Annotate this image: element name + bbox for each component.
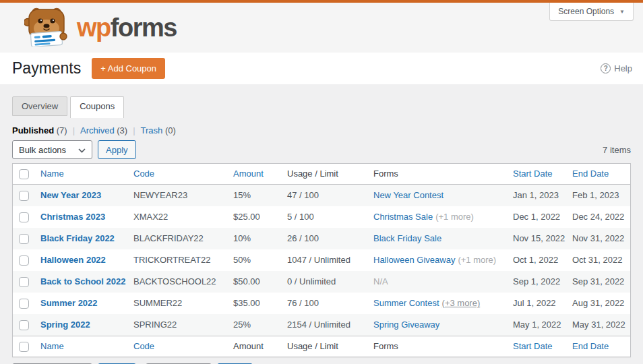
coupon-forms: New Year Contest	[367, 185, 506, 207]
coupon-end-date: Nov 31, 2022	[565, 228, 630, 249]
column-header-end-date[interactable]: End Date	[565, 164, 630, 185]
screen-options-button[interactable]: Screen Options ▼	[549, 3, 634, 21]
table-row: Halloween 2022TRICKORTREAT2250%1047 / Un…	[13, 249, 630, 271]
form-link[interactable]: Summer Contest	[373, 298, 439, 308]
row-checkbox[interactable]	[19, 212, 29, 222]
column-header-name[interactable]: Name	[34, 164, 127, 185]
table-row: New Year 2023NEWYEAR2315%47 / 100New Yea…	[13, 185, 630, 207]
table-row: Black Friday 2022BLACKFRIDAY2210%26 / 10…	[13, 228, 630, 249]
tab-overview[interactable]: Overview	[12, 96, 67, 116]
coupon-code: SUMMER22	[127, 293, 226, 314]
form-link[interactable]: Christmas Sale	[373, 212, 433, 222]
coupon-start-date: Dec 1, 2022	[506, 206, 565, 228]
column-header-end-date[interactable]: End Date	[565, 336, 630, 357]
coupon-forms: Summer Contest(+3 more)	[367, 293, 506, 314]
coupon-name-link[interactable]: Back to School 2022	[40, 276, 125, 286]
bulk-actions-select[interactable]: Bulk actions	[12, 140, 92, 159]
form-more-link[interactable]: (+3 more)	[442, 298, 481, 308]
coupon-code: XMAX22	[127, 206, 226, 228]
coupon-name-link[interactable]: Halloween 2022	[40, 255, 106, 265]
view-filters: Published (7) | Archived (3) | Trash (0)	[12, 125, 631, 135]
view-published[interactable]: Published (7)	[12, 125, 67, 135]
column-header-start-date[interactable]: Start Date	[506, 336, 565, 357]
coupon-amount: $25.00	[226, 206, 280, 228]
coupon-code: TRICKORTREAT22	[127, 249, 226, 271]
form-link[interactable]: New Year Contest	[373, 190, 443, 200]
header-logo-band: wpforms	[0, 3, 643, 53]
coupons-table: NameCodeAmountUsage / LimitFormsStart Da…	[13, 164, 630, 357]
coupon-forms: Spring Giveaway	[367, 314, 506, 336]
apply-button[interactable]: Apply	[98, 140, 136, 159]
coupon-usage: 5 / 100	[280, 206, 367, 228]
coupon-end-date: Oct 31, 2022	[565, 249, 630, 271]
table-row: Back to School 2022BACKTOSCHOOL22$50.000…	[13, 271, 630, 293]
coupon-name-link[interactable]: Christmas 2023	[40, 212, 105, 222]
view-trash[interactable]: Trash (0)	[141, 125, 176, 135]
coupon-start-date: Jul 1, 2022	[506, 293, 565, 314]
table-row: Summer 2022SUMMER22$35.0076 / 100Summer …	[13, 293, 630, 314]
form-more-link: (+1 more)	[458, 255, 496, 265]
coupon-end-date: Sep 31, 2022	[565, 271, 630, 293]
column-header-usage-limit: Usage / Limit	[280, 164, 367, 185]
row-checkbox[interactable]	[19, 299, 29, 309]
main-content: Overview Coupons Published (7) | Archive…	[0, 84, 643, 364]
coupon-amount: 10%	[226, 228, 280, 249]
help-label: Help	[614, 63, 632, 73]
tab-coupons[interactable]: Coupons	[70, 96, 124, 118]
row-checkbox[interactable]	[19, 234, 29, 244]
form-link[interactable]: Black Friday Sale	[373, 233, 441, 243]
table-row: Spring 2022SPRING2225%2154 / UnlimitedSp…	[13, 314, 630, 336]
coupon-start-date: Jan 1, 2023	[506, 185, 565, 207]
row-checkbox[interactable]	[19, 320, 29, 330]
row-checkbox[interactable]	[19, 191, 29, 201]
column-header-amount[interactable]: Amount	[226, 164, 280, 185]
column-header-forms: Forms	[367, 336, 506, 357]
page-header: Payments + Add Coupon ? Help	[0, 53, 643, 84]
coupon-start-date: Sep 1, 2022	[506, 271, 565, 293]
coupon-amount: $50.00	[226, 271, 280, 293]
coupon-start-date: Nov 15, 2022	[506, 228, 565, 249]
view-archived[interactable]: Archived (3)	[80, 125, 127, 135]
column-header-code[interactable]: Code	[127, 336, 226, 357]
coupon-amount: $35.00	[226, 293, 280, 314]
column-header-code[interactable]: Code	[127, 164, 226, 185]
items-count: 7 items	[603, 145, 631, 155]
coupon-code: BLACKFRIDAY22	[127, 228, 226, 249]
form-link[interactable]: Halloween Giveaway	[373, 255, 455, 265]
table-body: New Year 2023NEWYEAR2315%47 / 100New Yea…	[13, 185, 630, 336]
coupon-name-link[interactable]: Spring 2022	[40, 320, 90, 330]
column-header-start-date[interactable]: Start Date	[506, 164, 565, 185]
coupon-forms: N/A	[367, 271, 506, 293]
coupon-name-link[interactable]: Summer 2022	[40, 298, 98, 308]
coupon-forms: Halloween Giveaway(+1 more)	[367, 249, 506, 271]
bulk-actions-label: Bulk actions	[19, 145, 66, 155]
coupon-amount: 50%	[226, 249, 280, 271]
coupon-usage: 2154 / Unlimited	[280, 314, 367, 336]
coupon-usage: 76 / 100	[280, 293, 367, 314]
coupon-code: NEWYEAR23	[127, 185, 226, 207]
coupon-name-link[interactable]: Black Friday 2022	[40, 233, 115, 243]
top-toolbar: Bulk actions Apply 7 items	[12, 140, 631, 160]
column-header-usage-limit: Usage / Limit	[280, 336, 367, 357]
add-coupon-button[interactable]: + Add Coupon	[92, 58, 165, 79]
table-footer: NameCodeAmountUsage / LimitFormsStart Da…	[13, 336, 630, 357]
chevron-down-icon: ▼	[619, 9, 625, 15]
separator: |	[73, 125, 75, 135]
coupon-name-link[interactable]: New Year 2023	[40, 190, 101, 200]
coupons-table-wrap: NameCodeAmountUsage / LimitFormsStart Da…	[12, 163, 631, 357]
column-header-name[interactable]: Name	[34, 336, 127, 357]
coupon-usage: 1047 / Unlimited	[280, 249, 367, 271]
coupon-end-date: Aug 31, 2022	[565, 293, 630, 314]
form-link[interactable]: Spring Giveaway	[373, 320, 439, 330]
row-checkbox[interactable]	[19, 277, 29, 287]
select-all-checkbox[interactable]	[19, 342, 29, 352]
row-checkbox[interactable]	[19, 255, 29, 266]
wpforms-mascot-icon	[24, 6, 69, 49]
coupon-forms: Christmas Sale(+1 more)	[367, 206, 506, 228]
wpforms-logo-text: wpforms	[77, 15, 177, 40]
help-icon: ?	[601, 63, 611, 73]
coupon-end-date: Dec 24, 2022	[565, 206, 630, 228]
select-all-checkbox[interactable]	[19, 169, 29, 179]
help-link[interactable]: ? Help	[601, 63, 632, 73]
column-header-amount: Amount	[226, 336, 280, 357]
